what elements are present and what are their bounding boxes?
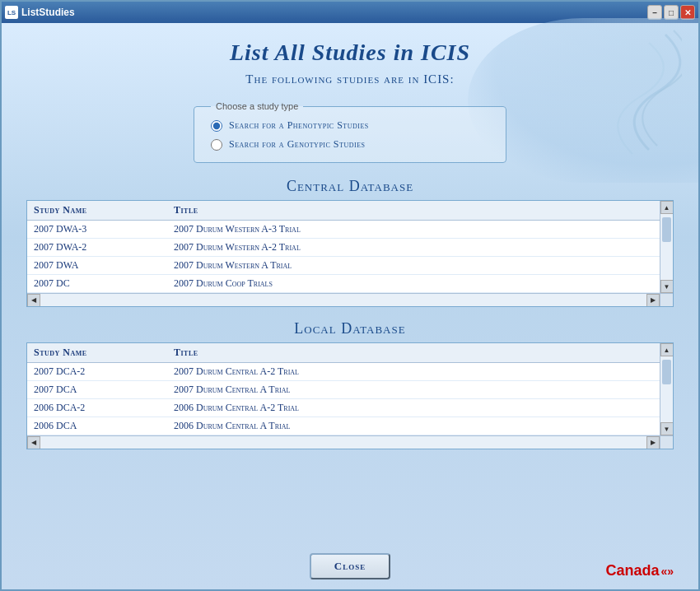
- table-row[interactable]: 2007 DWA-32007 Durum Western A-3 Trial: [27, 221, 660, 239]
- canada-logo: Canada «»: [605, 562, 674, 579]
- central-db-scroll-up[interactable]: ▲: [660, 201, 674, 214]
- footer: Close Canada «»: [2, 547, 698, 589]
- table-row[interactable]: 2007 DWA-22007 Durum Western A-2 Trial: [27, 239, 660, 257]
- central-db-hscroll-right[interactable]: ▶: [646, 294, 660, 307]
- central-db-hscroll-left[interactable]: ◀: [27, 294, 40, 307]
- central-db-table: Study Name Title 2007 DWA-32007 Durum We…: [27, 201, 660, 306]
- cell-title: 2007 Durum Central A Trial: [167, 381, 660, 399]
- local-db-hscrollbar[interactable]: ◀ ▶: [27, 435, 660, 449]
- window-icon: LS: [5, 6, 18, 19]
- central-db-scroll-down[interactable]: ▼: [660, 280, 674, 293]
- phenotypic-radio[interactable]: [211, 120, 222, 132]
- study-type-legend: Choose a study type: [211, 101, 303, 111]
- central-db-scroll-thumb: [662, 217, 671, 242]
- local-db-vscrollbar[interactable]: ▲ ▼: [660, 343, 673, 435]
- window-title: ListStudies: [21, 7, 75, 18]
- title-bar-left: LS ListStudies: [5, 6, 75, 19]
- cell-study-name: 2007 DWA: [27, 257, 167, 275]
- central-db-scroll-track: [660, 214, 673, 280]
- local-db-label: Local Database: [26, 320, 674, 337]
- local-db-scroll-thumb: [662, 360, 671, 384]
- main-content: List All Studies in ICIS The following s…: [2, 23, 698, 471]
- central-db-label: Central Database: [26, 178, 674, 195]
- genotypic-radio[interactable]: [211, 139, 222, 151]
- genotypic-option[interactable]: Search for a Genotypic Studies: [211, 138, 489, 151]
- local-db-scroll-up[interactable]: ▲: [660, 343, 674, 356]
- cell-title: 2007 Durum Western A-3 Trial: [167, 221, 660, 239]
- page-title: List All Studies in ICIS: [26, 40, 674, 66]
- local-col-name: Study Name: [27, 343, 167, 363]
- phenotypic-label: Search for a Phenotypic Studies: [229, 119, 369, 132]
- table-row[interactable]: 2007 DCA-22007 Durum Central A-2 Trial: [27, 363, 660, 381]
- central-db-scroll-area[interactable]: Study Name Title 2007 DWA-32007 Durum We…: [27, 201, 673, 306]
- canada-text: Canada: [605, 562, 659, 579]
- table-row[interactable]: 2006 DCA-22006 Durum Central A-2 Trial: [27, 399, 660, 417]
- table-row[interactable]: 2007 DC2007 Durum Coop Trials: [27, 275, 660, 293]
- cell-study-name: 2007 DC: [27, 275, 167, 293]
- central-db-vscrollbar[interactable]: ▲ ▼: [660, 201, 673, 293]
- central-db-table-container: Study Name Title 2007 DWA-32007 Durum We…: [26, 200, 674, 307]
- main-window: LS ListStudies – □ ✕ List All Studies in…: [0, 0, 700, 591]
- local-db-hscroll-right[interactable]: ▶: [646, 436, 660, 449]
- cell-study-name: 2007 DWA-2: [27, 239, 167, 257]
- study-type-fieldset: Choose a study type Search for a Phenoty…: [194, 101, 506, 163]
- table-row[interactable]: 2007 DCA2007 Durum Central A Trial: [27, 381, 660, 399]
- cell-study-name: 2006 DCA-2: [27, 399, 167, 417]
- central-col-name: Study Name: [27, 201, 167, 221]
- cell-study-name: 2006 DCA: [27, 417, 167, 435]
- cell-title: 2006 Durum Central A-2 Trial: [167, 399, 660, 417]
- central-db-hscrollbar[interactable]: ◀ ▶: [27, 293, 660, 306]
- close-button[interactable]: Close: [310, 553, 390, 579]
- cell-study-name: 2007 DWA-3: [27, 221, 167, 239]
- cell-title: 2007 Durum Western A Trial: [167, 257, 660, 275]
- page-subtitle: The following studies are in ICIS:: [26, 72, 674, 86]
- central-db-hscroll-track: [40, 294, 646, 306]
- local-db-scroll-track: [660, 356, 673, 422]
- local-db-table: Study Name Title 2007 DCA-22007 Durum Ce…: [27, 343, 660, 449]
- phenotypic-option[interactable]: Search for a Phenotypic Studies: [211, 119, 489, 132]
- cell-title: 2007 Durum Coop Trials: [167, 275, 660, 293]
- local-db-scroll-area[interactable]: Study Name Title 2007 DCA-22007 Durum Ce…: [27, 343, 673, 449]
- central-db-scroll-corner: [660, 293, 673, 306]
- local-db-scroll-down[interactable]: ▼: [660, 422, 674, 435]
- local-db-scroll-corner: [660, 435, 673, 449]
- local-db-hscroll-left[interactable]: ◀: [27, 436, 40, 449]
- cell-study-name: 2007 DCA-2: [27, 363, 167, 381]
- local-db-hscroll-track: [40, 436, 646, 449]
- table-row[interactable]: 2006 DCA2006 Durum Central A Trial: [27, 417, 660, 435]
- table-row[interactable]: 2007 DWA2007 Durum Western A Trial: [27, 257, 660, 275]
- cell-title: 2007 Durum Central A-2 Trial: [167, 363, 660, 381]
- genotypic-label: Search for a Genotypic Studies: [229, 138, 365, 151]
- cell-title: 2007 Durum Western A-2 Trial: [167, 239, 660, 257]
- canada-flag-icon: «»: [660, 565, 674, 578]
- central-col-title: Title: [167, 201, 660, 221]
- cell-title: 2006 Durum Central A Trial: [167, 417, 660, 435]
- local-db-table-container: Study Name Title 2007 DCA-22007 Durum Ce…: [26, 342, 674, 449]
- local-col-title: Title: [167, 343, 660, 363]
- cell-study-name: 2007 DCA: [27, 381, 167, 399]
